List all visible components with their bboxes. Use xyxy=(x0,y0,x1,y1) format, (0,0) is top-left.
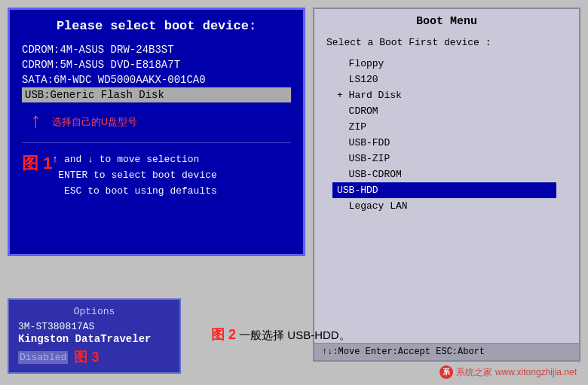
bios-instructions: ↑ and ↓ to move selection ENTER to selec… xyxy=(52,152,216,199)
boot-item-usbfdd[interactable]: USB-FDD xyxy=(337,135,556,151)
boot-footer: ↑↓:Move Enter:Accept ESC:Abort xyxy=(314,343,579,360)
arrow-area: ↑ 选择自己的U盘型号 xyxy=(22,110,291,133)
boot-item-harddisk[interactable]: Hard Disk xyxy=(337,87,556,103)
fig2-label: 图 2 xyxy=(211,327,236,342)
options-panel: Options 3M-ST380817AS Kingston DataTrave… xyxy=(8,298,181,374)
options-title: Options xyxy=(18,306,170,317)
fig2-text: 图 2 一般选择 USB-HDD。 xyxy=(211,325,362,344)
fig2-area: 图 2 一般选择 USB-HDD。 xyxy=(211,325,362,344)
bios-divider xyxy=(22,142,291,143)
options-item-kingston: Kingston DataTraveler xyxy=(18,333,170,345)
watermark: 系 系统之家 www.xitongzhijia.net xyxy=(439,365,577,379)
boot-item-floppy[interactable]: Floppy xyxy=(337,56,556,72)
bios-select-panel: Please select boot device: CDROM:4M-ASUS… xyxy=(8,8,305,256)
instruction-1: ↑ and ↓ to move selection xyxy=(52,154,199,165)
bios-title: Please select boot device: xyxy=(22,19,291,33)
bios-item-cdrom1[interactable]: CDROM:4M-ASUS DRW-24B3ST xyxy=(22,42,291,57)
fig1-label: 图 1 xyxy=(22,152,52,175)
fig1-row: 图 1 ↑ and ↓ to move selection ENTER to s… xyxy=(22,152,291,199)
watermark-logo: 系 xyxy=(439,365,453,379)
up-arrow-icon: ↑ xyxy=(29,110,42,133)
instruction-2: ENTER to select boot device xyxy=(58,170,217,181)
boot-item-usbcdrom[interactable]: USB-CDROM xyxy=(337,167,556,182)
bios-item-usb-selected[interactable]: USB:Generic Flash Disk xyxy=(22,87,291,102)
watermark-text: 系统之家 xyxy=(456,366,492,379)
options-item-st: 3M-ST380817AS xyxy=(18,320,170,333)
boot-item-zip[interactable]: ZIP xyxy=(337,119,556,135)
boot-menu-subtitle: Select a Boot First device : xyxy=(314,34,579,51)
boot-item-usbzip[interactable]: USB-ZIP xyxy=(337,151,556,167)
boot-item-legacylan[interactable]: Legacy LAN xyxy=(337,198,556,214)
watermark-url: www.xitongzhijia.net xyxy=(495,367,577,377)
usb-label: 选择自己的U盘型号 xyxy=(52,115,137,129)
boot-menu-panel: Boot Menu Select a Boot First device : F… xyxy=(313,8,580,362)
instruction-3: ESC to boot using defaults xyxy=(64,185,217,197)
options-item-disabled: Disabled xyxy=(18,351,68,364)
boot-menu-title: Boot Menu xyxy=(314,9,579,34)
bios-item-cdrom2[interactable]: CDROM:5M-ASUS DVD-E818A7T xyxy=(22,57,291,72)
boot-item-cdrom[interactable]: CDROM xyxy=(337,103,556,119)
boot-item-usbhdd-selected[interactable]: USB-HDD xyxy=(332,182,556,198)
fig3-label: 图 3 xyxy=(74,348,99,366)
boot-item-ls120[interactable]: LS120 xyxy=(337,72,556,87)
bios-item-sata[interactable]: SATA:6M-WDC WD5000AAKX-001CA0 xyxy=(22,72,291,87)
fig2-description: 一般选择 USB-HDD。 xyxy=(239,328,351,341)
boot-menu-items: Floppy LS120 Hard Disk CDROM ZIP USB-FDD… xyxy=(314,51,579,218)
